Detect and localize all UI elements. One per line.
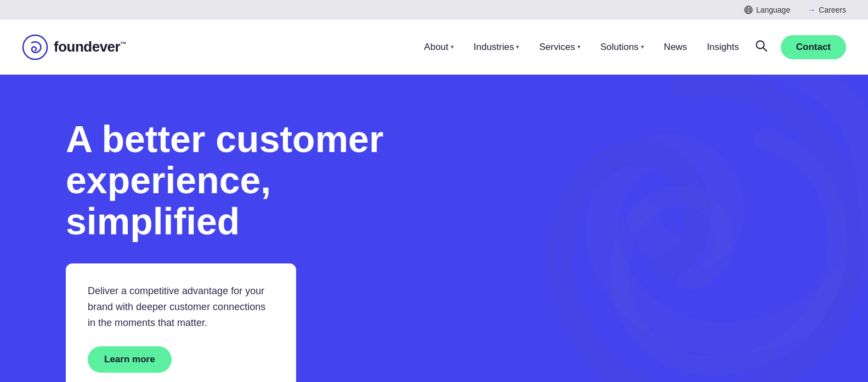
main-nav: About ▾ Industries ▾ Services ▾ Solution… <box>415 37 747 57</box>
nav-news[interactable]: News <box>655 37 696 57</box>
top-bar: Language → Careers <box>0 0 868 20</box>
nav-solutions[interactable]: Solutions ▾ <box>592 37 653 57</box>
chevron-down-icon: ▾ <box>516 43 519 50</box>
main-header: foundever™ About ▾ Industries ▾ Services… <box>0 20 868 75</box>
language-selector[interactable]: Language <box>744 5 790 14</box>
arrow-icon: → <box>808 5 815 14</box>
logo-text: foundever™ <box>54 38 126 55</box>
nav-industries[interactable]: Industries ▾ <box>465 37 529 57</box>
careers-link[interactable]: → Careers <box>808 5 846 14</box>
contact-button[interactable]: Contact <box>781 35 846 59</box>
careers-label: Careers <box>819 5 846 14</box>
hero-background-shape <box>407 75 868 382</box>
search-icon <box>754 39 768 52</box>
search-button[interactable] <box>748 35 774 59</box>
chevron-down-icon: ▾ <box>451 43 454 50</box>
chevron-down-icon: ▾ <box>641 43 644 50</box>
hero-card-description: Deliver a competitive advantage for your… <box>88 283 274 330</box>
nav-services[interactable]: Services ▾ <box>530 37 589 57</box>
nav-about[interactable]: About ▾ <box>415 37 462 57</box>
nav-insights[interactable]: Insights <box>698 37 748 57</box>
svg-line-7 <box>763 48 767 51</box>
logo[interactable]: foundever™ <box>22 34 126 60</box>
learn-more-button[interactable]: Learn more <box>88 346 172 373</box>
hero-content: A better customer experience, simplified… <box>66 119 406 382</box>
logo-icon <box>22 34 48 60</box>
hero-title: A better customer experience, simplified <box>66 119 406 241</box>
hero-section: A better customer experience, simplified… <box>0 75 868 382</box>
chevron-down-icon: ▾ <box>577 43 581 50</box>
globe-icon <box>744 5 753 14</box>
language-label: Language <box>756 5 790 14</box>
hero-card: Deliver a competitive advantage for your… <box>66 263 296 382</box>
